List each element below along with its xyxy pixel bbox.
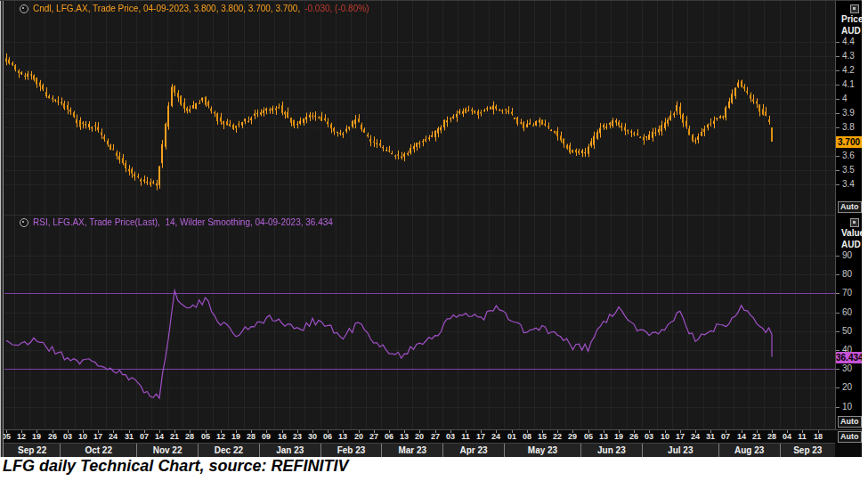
- price-change-text: -0.030, (-0.80%): [304, 4, 369, 13]
- day-tick-label: 15: [538, 432, 547, 441]
- day-tick-label: 26: [48, 432, 57, 441]
- price-legend-text: Cndl, LFG.AX, Trade Price, 04-09-2023, 3…: [33, 4, 300, 13]
- day-tick-label: 14: [155, 432, 164, 441]
- day-tick-label: 14: [737, 432, 746, 441]
- rsi-axis-auto-button[interactable]: Auto: [838, 416, 862, 428]
- day-tick-label: 01: [507, 432, 516, 441]
- rsi-axis[interactable]: Value AUD 36.434 908070605040302010: [835, 215, 862, 429]
- price-tick-label: 3.5: [836, 165, 862, 175]
- day-tick-label: 07: [721, 432, 730, 441]
- time-axis[interactable]: 0512192603101724310714212805121928091623…: [0, 429, 862, 457]
- day-tick-label: 06: [323, 432, 332, 441]
- day-tick-label: 13: [400, 432, 409, 441]
- day-tick-label: 20: [354, 432, 363, 441]
- rsi-tick-label: 20: [836, 382, 862, 393]
- day-tick-label: 12: [17, 432, 26, 441]
- day-tick-label: 08: [523, 432, 531, 441]
- month-label: Aug 23: [718, 444, 780, 457]
- rsi-series-legend[interactable]: RSI, LFG.AX, Trade Price(Last), 14, Wild…: [20, 217, 333, 227]
- price-tick-label: 3.6: [836, 151, 862, 161]
- day-tick-label: 11: [461, 432, 470, 441]
- price-axis-currency: AUD: [836, 25, 862, 37]
- rsi-axis-currency: AUD: [836, 239, 862, 250]
- month-label: Nov 22: [136, 444, 198, 457]
- day-tick-label: 03: [645, 432, 653, 441]
- maximize-icon[interactable]: [850, 218, 859, 227]
- month-label: Apr 23: [442, 444, 504, 457]
- price-axis-auto-button[interactable]: Auto: [838, 201, 862, 213]
- day-tick-label: 31: [125, 432, 134, 441]
- price-tick-label: 3.8: [836, 122, 862, 133]
- month-label: Oct 22: [60, 444, 136, 457]
- month-label: Mar 23: [381, 444, 442, 457]
- month-label: Jun 23: [580, 444, 642, 457]
- price-axis[interactable]: Price AUD 3.700 4.44.34.24.143.93.83.63.…: [835, 1, 862, 215]
- day-tick-label: 19: [231, 432, 240, 441]
- chart-caption: LFG daily Technical Chart, source: REFIN…: [3, 457, 348, 476]
- maximize-icon[interactable]: [850, 4, 859, 13]
- month-label: Sep 22: [4, 444, 60, 457]
- rsi-tick-label: 90: [836, 250, 862, 261]
- day-tick-label: 24: [691, 432, 700, 441]
- day-tick-label: 17: [476, 432, 485, 441]
- rsi-value-badge: 36.434: [836, 352, 862, 363]
- month-label: Feb 23: [320, 444, 382, 457]
- price-tick-label: 4.4: [836, 37, 862, 47]
- day-tick-label: 23: [293, 432, 302, 441]
- day-tick-label: 10: [661, 432, 669, 441]
- time-axis-auto-button[interactable]: Auto: [838, 431, 862, 443]
- day-tick-label: 05: [584, 432, 593, 441]
- series-marker-icon: [20, 4, 28, 13]
- day-tick-label: 10: [78, 432, 87, 441]
- day-tick-label: 31: [706, 432, 715, 441]
- chart-resize-grip[interactable]: [0, 1, 4, 457]
- day-tick-label: 28: [247, 432, 256, 441]
- month-label: Jul 23: [642, 444, 718, 457]
- last-price-badge: 3.700: [836, 136, 862, 148]
- day-tick-label: 13: [599, 432, 608, 441]
- day-tick-label: 24: [491, 432, 500, 441]
- day-tick-label: 29: [568, 432, 577, 441]
- day-tick-label: 27: [431, 432, 440, 441]
- day-tick-label: 24: [109, 432, 118, 441]
- day-tick-label: 18: [814, 432, 823, 441]
- price-tick-label: 3.4: [836, 179, 862, 190]
- rsi-tick-label: 70: [836, 288, 862, 298]
- series-marker-icon: [20, 218, 28, 227]
- day-tick-label: 20: [415, 432, 424, 441]
- day-tick-label: 19: [614, 432, 623, 441]
- rsi-tick-label: 80: [836, 269, 862, 280]
- month-band: Sep 22Oct 22Nov 22Dec 22Jan 23Feb 23Mar …: [0, 443, 835, 457]
- day-tick-label: 28: [767, 432, 776, 441]
- day-tick-label: 19: [32, 432, 41, 441]
- day-tick-label: 27: [369, 432, 378, 441]
- day-tick-label: 17: [93, 432, 102, 441]
- day-tick-label: 06: [385, 432, 393, 441]
- rsi-legend-text: RSI, LFG.AX, Trade Price(Last), 14, Wild…: [33, 217, 333, 227]
- price-axis-title: Price: [836, 13, 862, 25]
- price-series-legend[interactable]: Cndl, LFG.AX, Trade Price, 04-09-2023, 3…: [20, 4, 369, 13]
- rsi-tick-label: 60: [836, 307, 862, 318]
- day-tick-label: 21: [170, 432, 179, 441]
- rsi-tick-label: 30: [836, 363, 862, 374]
- month-label: May 23: [504, 444, 580, 457]
- day-tick-label: 12: [216, 432, 225, 441]
- panel-divider: [0, 215, 835, 216]
- day-tick-label: 26: [629, 432, 638, 441]
- day-tick-label: 21: [752, 432, 761, 441]
- rsi-tick-label: 10: [836, 402, 862, 412]
- day-tick-label: 03: [446, 432, 455, 441]
- rsi-tick-label: 50: [836, 326, 862, 337]
- day-tick-label: 05: [201, 432, 210, 441]
- rsi-axis-title: Value: [836, 227, 862, 239]
- price-tick-label: 4.1: [836, 79, 862, 90]
- day-tick-label: 22: [553, 432, 562, 441]
- price-tick-label: 4.2: [836, 65, 862, 76]
- day-tick-label: 13: [338, 432, 347, 441]
- month-label: Sep 23: [780, 444, 835, 457]
- day-tick-label: 03: [63, 432, 72, 441]
- day-tick-label: 30: [308, 432, 317, 441]
- day-tick-label: 04: [783, 432, 791, 441]
- month-label: Dec 22: [198, 444, 259, 457]
- day-tick-label: 07: [140, 432, 149, 441]
